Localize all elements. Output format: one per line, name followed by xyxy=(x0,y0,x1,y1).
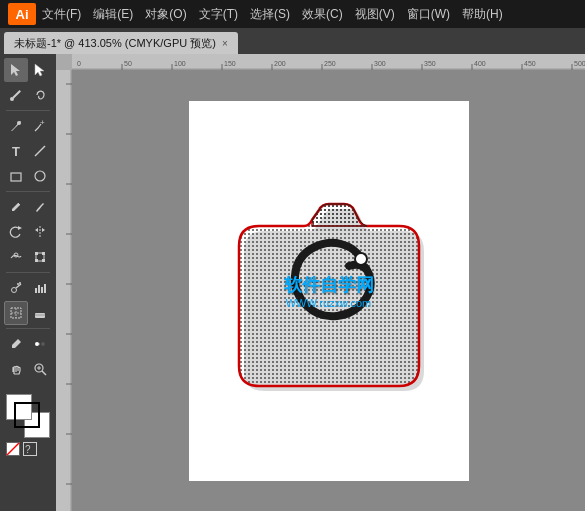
blend-tool[interactable] xyxy=(28,332,52,356)
menu-effect[interactable]: 效果(C) xyxy=(302,6,343,23)
svg-text:150: 150 xyxy=(224,60,236,67)
tab-close-button[interactable]: × xyxy=(222,38,228,49)
svg-rect-31 xyxy=(35,313,45,318)
ruler-corner xyxy=(56,54,72,70)
menu-file[interactable]: 文件(F) xyxy=(42,6,81,23)
svg-point-79 xyxy=(355,253,367,265)
slice-tool[interactable] xyxy=(4,301,28,325)
svg-point-20 xyxy=(12,288,17,293)
svg-text:300: 300 xyxy=(374,60,386,67)
svg-point-3 xyxy=(10,97,14,101)
svg-rect-26 xyxy=(41,287,43,293)
tool-row-3: + xyxy=(2,114,54,138)
svg-point-4 xyxy=(17,121,21,125)
tool-row-12 xyxy=(2,357,54,381)
horizontal-ruler: 0 50 100 150 200 250 300 350 400 xyxy=(72,54,585,70)
svg-text:100: 100 xyxy=(174,60,186,67)
artboard: 软件自学网 WWW.ruzxw.com xyxy=(189,101,469,481)
divider-4 xyxy=(6,328,50,329)
svg-text:250: 250 xyxy=(324,60,336,67)
menu-edit[interactable]: 编辑(E) xyxy=(93,6,133,23)
add-anchor-tool[interactable]: + xyxy=(28,114,52,138)
tool-row-6 xyxy=(2,195,54,219)
svg-line-37 xyxy=(42,371,46,375)
brush-tool[interactable] xyxy=(28,195,52,219)
menu-help[interactable]: 帮助(H) xyxy=(462,6,503,23)
divider-2 xyxy=(6,191,50,192)
eraser-tool[interactable] xyxy=(28,301,52,325)
none-icon[interactable]: ? xyxy=(6,442,50,456)
tool-row-10 xyxy=(2,301,54,325)
svg-text:400: 400 xyxy=(474,60,486,67)
stroke-indicator[interactable] xyxy=(14,402,40,428)
eyedropper-tool[interactable] xyxy=(4,332,28,356)
free-transform-tool[interactable] xyxy=(28,245,52,269)
canvas-area[interactable]: 0 50 100 150 200 250 300 350 400 xyxy=(56,54,585,511)
magic-wand-tool[interactable] xyxy=(4,83,28,107)
lasso-tool[interactable] xyxy=(28,83,52,107)
svg-text:0: 0 xyxy=(77,60,81,67)
divider-3 xyxy=(6,272,50,273)
svg-rect-24 xyxy=(35,288,37,293)
ellipse-tool[interactable] xyxy=(28,164,52,188)
svg-marker-0 xyxy=(11,64,20,76)
symbol-sprayer-tool[interactable] xyxy=(4,276,28,300)
direct-select-tool[interactable] xyxy=(28,58,52,82)
tool-row-2 xyxy=(2,83,54,107)
line-tool[interactable] xyxy=(28,139,52,163)
tool-row-1 xyxy=(2,58,54,82)
pencil-tool[interactable] xyxy=(4,195,28,219)
rect-tool[interactable] xyxy=(4,164,28,188)
svg-marker-10 xyxy=(18,226,22,230)
svg-marker-1 xyxy=(35,64,44,76)
artwork-container: 软件自学网 WWW.ruzxw.com xyxy=(219,176,439,406)
svg-line-6 xyxy=(35,146,45,156)
svg-text:450: 450 xyxy=(524,60,536,67)
type-tool[interactable]: T xyxy=(4,139,28,163)
svg-text:+: + xyxy=(40,119,45,127)
vertical-ruler xyxy=(56,54,72,511)
menu-select[interactable]: 选择(S) xyxy=(250,6,290,23)
svg-text:350: 350 xyxy=(424,60,436,67)
ai-logo: Ai xyxy=(8,3,36,25)
document-tab[interactable]: 未标题-1* @ 413.05% (CMYK/GPU 预览) × xyxy=(4,32,238,54)
svg-rect-19 xyxy=(42,259,45,262)
svg-text:?: ? xyxy=(25,444,31,455)
reflect-tool[interactable] xyxy=(28,220,52,244)
left-toolbar: + T xyxy=(0,54,56,511)
svg-point-33 xyxy=(35,342,39,346)
tool-row-11 xyxy=(2,332,54,356)
svg-text:500: 500 xyxy=(574,60,585,67)
menu-window[interactable]: 窗口(W) xyxy=(407,6,450,23)
title-bar: Ai 文件(F) 编辑(E) 对象(O) 文字(T) 选择(S) 效果(C) 视… xyxy=(0,0,585,28)
pen-tool[interactable] xyxy=(4,114,28,138)
warp-tool[interactable] xyxy=(4,245,28,269)
svg-text:50: 50 xyxy=(124,60,132,67)
tab-label: 未标题-1* @ 413.05% (CMYK/GPU 预览) xyxy=(14,36,216,51)
svg-marker-12 xyxy=(35,228,38,232)
menu-type[interactable]: 文字(T) xyxy=(199,6,238,23)
svg-text:200: 200 xyxy=(274,60,286,67)
zoom-tool[interactable] xyxy=(28,357,52,381)
menu-object[interactable]: 对象(O) xyxy=(145,6,186,23)
rotate-tool[interactable] xyxy=(4,220,28,244)
svg-rect-25 xyxy=(38,285,40,293)
svg-rect-7 xyxy=(11,173,21,181)
tool-row-8 xyxy=(2,245,54,269)
svg-point-22 xyxy=(17,283,19,285)
svg-rect-27 xyxy=(44,284,46,293)
graph-tool[interactable] xyxy=(28,276,52,300)
swatch-container xyxy=(6,394,50,438)
select-tool[interactable] xyxy=(4,58,28,82)
svg-rect-17 xyxy=(42,252,45,255)
svg-point-8 xyxy=(35,171,45,181)
svg-rect-18 xyxy=(35,259,38,262)
hand-tool[interactable] xyxy=(4,357,28,381)
color-swatches: ? xyxy=(2,390,54,460)
menu-bar[interactable]: 文件(F) 编辑(E) 对象(O) 文字(T) 选择(S) 效果(C) 视图(V… xyxy=(42,6,503,23)
tool-row-4: T xyxy=(2,139,54,163)
divider-1 xyxy=(6,110,50,111)
tool-row-9 xyxy=(2,276,54,300)
menu-view[interactable]: 视图(V) xyxy=(355,6,395,23)
svg-marker-13 xyxy=(42,228,45,232)
